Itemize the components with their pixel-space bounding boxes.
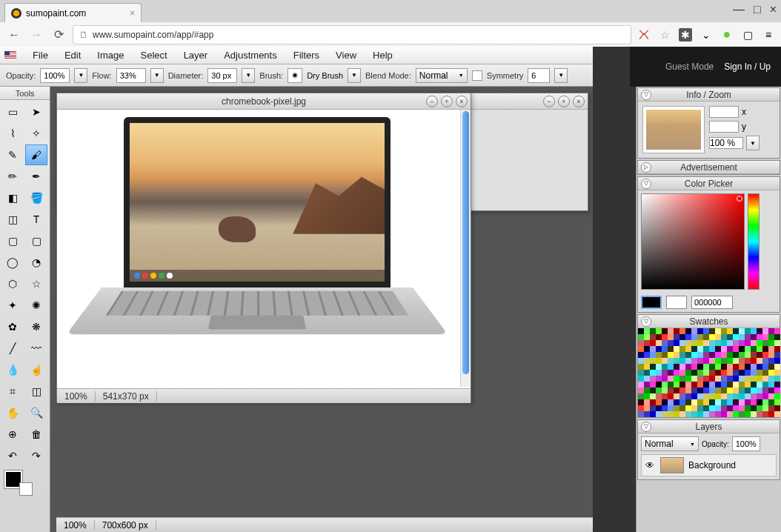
swatch[interactable]	[644, 376, 650, 382]
swatch[interactable]	[650, 405, 656, 411]
swatch[interactable]	[739, 405, 745, 411]
swatch[interactable]	[757, 399, 762, 405]
swatch[interactable]	[727, 393, 733, 399]
swatch[interactable]	[733, 393, 739, 399]
swatch[interactable]	[662, 388, 668, 393]
swatch[interactable]	[733, 376, 739, 382]
swatch[interactable]	[751, 358, 757, 364]
symmetry-checkbox[interactable]	[472, 70, 482, 81]
swatch[interactable]	[751, 382, 757, 388]
swatch[interactable]	[751, 364, 757, 370]
panel-toggle-icon[interactable]: ▽	[641, 422, 651, 432]
swatch[interactable]	[656, 340, 662, 346]
swatch[interactable]	[757, 388, 762, 393]
swatch[interactable]	[768, 358, 774, 364]
swatch[interactable]	[739, 352, 745, 358]
zoom-dropdown[interactable]: ▼	[746, 136, 760, 150]
forward-button[interactable]: →	[28, 27, 44, 43]
swatch[interactable]	[662, 364, 668, 370]
swatch[interactable]	[774, 388, 780, 393]
swatch[interactable]	[662, 399, 668, 405]
y-input[interactable]	[709, 121, 739, 133]
swatch[interactable]	[709, 328, 715, 334]
swatch[interactable]	[644, 393, 650, 399]
swatch[interactable]	[715, 328, 721, 334]
swatch[interactable]	[656, 388, 662, 393]
swatch[interactable]	[774, 370, 780, 376]
swatch[interactable]	[733, 405, 739, 411]
swatch[interactable]	[727, 328, 733, 334]
swatch[interactable]	[745, 388, 751, 393]
swatch[interactable]	[656, 358, 662, 364]
menu-image[interactable]: Image	[97, 50, 124, 61]
swatch[interactable]	[739, 382, 745, 388]
swatch[interactable]	[751, 370, 757, 376]
swatch[interactable]	[697, 382, 703, 388]
swatch[interactable]	[691, 393, 697, 399]
swatch[interactable]	[691, 405, 697, 411]
swatch[interactable]	[656, 328, 662, 334]
swatch[interactable]	[679, 382, 685, 388]
swatch[interactable]	[721, 346, 727, 352]
swatch[interactable]	[679, 393, 685, 399]
lasso-tool-icon[interactable]: ⌇	[1, 123, 24, 144]
swatch[interactable]	[709, 334, 715, 340]
swatch[interactable]	[650, 352, 656, 358]
swatch[interactable]	[751, 352, 757, 358]
zoom-input[interactable]	[709, 137, 743, 149]
panel-toggle-icon[interactable]: ▽	[641, 179, 651, 189]
layer-blend-select[interactable]: Normal	[641, 436, 699, 451]
swatch[interactable]	[757, 405, 762, 411]
swatch[interactable]	[638, 334, 644, 340]
window-minimize-icon[interactable]: —	[733, 3, 745, 16]
swatch[interactable]	[768, 399, 774, 405]
swatch[interactable]	[679, 399, 685, 405]
swatch[interactable]	[745, 411, 751, 417]
swatch[interactable]	[697, 399, 703, 405]
swatch[interactable]	[668, 388, 674, 393]
swatch[interactable]	[751, 376, 757, 382]
visibility-icon[interactable]: 👁	[644, 459, 656, 471]
redo-tool-icon[interactable]: ↷	[25, 445, 47, 466]
gradient-tool-icon[interactable]: ◧	[1, 187, 24, 208]
roundrect-tool-icon[interactable]: ▢	[25, 230, 47, 251]
saturation-value-picker[interactable]	[641, 193, 745, 290]
swatch[interactable]	[644, 340, 650, 346]
doc-maximize-icon[interactable]: +	[558, 96, 570, 107]
swatch[interactable]	[691, 346, 697, 352]
swatch[interactable]	[745, 352, 751, 358]
menu-file[interactable]: File	[33, 50, 48, 61]
swatch[interactable]	[709, 411, 715, 417]
swatch[interactable]	[691, 376, 697, 382]
blend-select[interactable]: Normal	[416, 68, 468, 83]
swatch[interactable]	[745, 358, 751, 364]
swatch[interactable]	[638, 352, 644, 358]
swatch[interactable]	[650, 376, 656, 382]
swatch[interactable]	[644, 411, 650, 417]
swatch[interactable]	[662, 370, 668, 376]
swatch[interactable]	[662, 411, 668, 417]
hex-input[interactable]	[691, 296, 733, 309]
swatch[interactable]	[715, 346, 721, 352]
swatch[interactable]	[721, 411, 727, 417]
bg-color-well[interactable]	[666, 296, 687, 309]
swatch[interactable]	[774, 346, 780, 352]
swatch[interactable]	[691, 328, 697, 334]
swatch[interactable]	[709, 399, 715, 405]
wand-tool-icon[interactable]: ✧	[25, 123, 47, 144]
shape-tool-icon[interactable]: ✿	[1, 316, 24, 337]
nav-thumbnail[interactable]	[642, 106, 705, 153]
swatch[interactable]	[656, 382, 662, 388]
swatch[interactable]	[679, 340, 685, 346]
swatch[interactable]	[644, 388, 650, 393]
swatch[interactable]	[745, 334, 751, 340]
undo-tool-icon[interactable]: ↶	[1, 445, 24, 466]
swatch[interactable]	[685, 399, 691, 405]
swatch[interactable]	[768, 364, 774, 370]
clone-tool-icon[interactable]: ⊕	[1, 424, 24, 445]
swatch[interactable]	[679, 358, 685, 364]
swatch[interactable]	[762, 376, 768, 382]
swatch[interactable]	[656, 405, 662, 411]
swatch[interactable]	[679, 370, 685, 376]
swatch[interactable]	[656, 352, 662, 358]
